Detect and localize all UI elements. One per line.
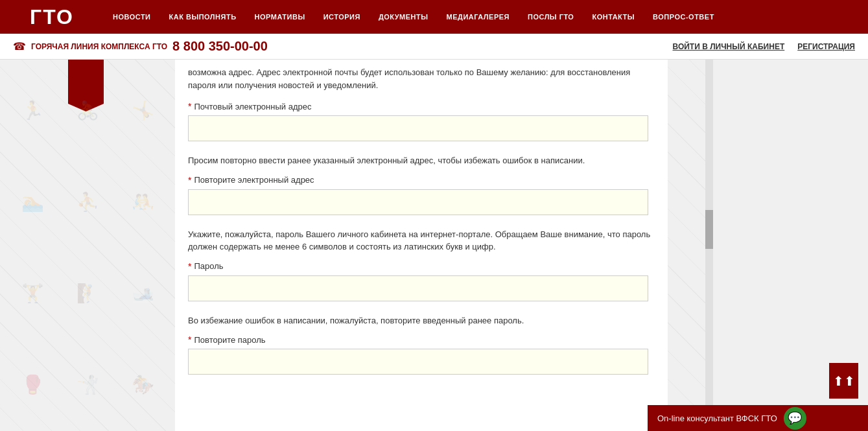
password-repeat-label-text: Повторите пароль bbox=[194, 335, 265, 345]
intro-span: возможна адрес. Адрес электронной почты … bbox=[188, 67, 630, 90]
password-repeat-input[interactable] bbox=[188, 349, 648, 375]
page-wrapper: 🏃 🚴 🤸 🏊 ⛹ 🤼 🏋 🧗 🎿 🥊 🤺 🏇 возможна bbox=[0, 60, 868, 431]
email-input[interactable] bbox=[188, 115, 648, 141]
hotline-number: 8 800 350-00-00 bbox=[172, 39, 268, 54]
email-repeat-section: * Повторите электронный адрес bbox=[188, 175, 655, 215]
figure-7: 🏋 bbox=[6, 250, 58, 338]
sports-figures-left: 🏃 🚴 🤸 🏊 ⛹ 🤼 🏋 🧗 🎿 🥊 🤺 🏇 bbox=[0, 60, 175, 431]
password-star: * bbox=[188, 261, 191, 272]
side-panel-right bbox=[668, 60, 713, 431]
figure-5: ⛹ bbox=[62, 157, 113, 246]
password-desc: Укажите, пожалуйста, пароль Вашего лично… bbox=[188, 228, 655, 253]
figure-9: 🎿 bbox=[117, 250, 169, 338]
figure-12: 🏇 bbox=[117, 341, 169, 429]
hotline-left: ☎ ГОРЯЧАЯ ЛИНИЯ КОМПЛЕКСА ГТО 8 800 350-… bbox=[13, 39, 666, 54]
email-repeat-label-text: Повторите электронный адрес bbox=[194, 175, 314, 185]
phone-icon: ☎ bbox=[13, 40, 26, 52]
scroll-up-button[interactable]: ⬆⬆ bbox=[829, 363, 858, 399]
figure-3: 🤸 bbox=[117, 66, 169, 154]
scroll-up-icon: ⬆⬆ bbox=[833, 375, 855, 388]
consultant-text: On-line консультант ВФСК ГТО bbox=[657, 414, 777, 423]
figure-1: 🏃 bbox=[6, 66, 58, 154]
hotline-bar: ☎ ГОРЯЧАЯ ЛИНИЯ КОМПЛЕКСА ГТО 8 800 350-… bbox=[0, 34, 868, 60]
email-label-text: Почтовый электронный адрес bbox=[194, 102, 311, 111]
nav-item-contacts[interactable]: КОНТАКТЫ bbox=[583, 0, 644, 34]
scrollbar[interactable] bbox=[705, 60, 713, 431]
email-label: * Почтовый электронный адрес bbox=[188, 101, 655, 111]
figure-4: 🏊 bbox=[6, 157, 58, 246]
nav-item-ambassadors[interactable]: ПОСЛЫ ГТО bbox=[519, 0, 583, 34]
figure-2: 🚴 bbox=[62, 66, 113, 154]
password-input[interactable] bbox=[188, 275, 648, 301]
consultant-icon: 💬 bbox=[784, 407, 806, 430]
nav-item-qa[interactable]: ВОПРОС-ОТВЕТ bbox=[644, 0, 723, 34]
consultant-bar[interactable]: On-line консультант ВФСК ГТО 💬 bbox=[648, 405, 868, 431]
login-link[interactable]: ВОЙТИ В ЛИЧНЫЙ КАБИНЕТ bbox=[673, 42, 785, 51]
email-repeat-input[interactable] bbox=[188, 189, 648, 215]
logo[interactable]: ГТО bbox=[0, 0, 104, 34]
password-repeat-section: * Повторите пароль bbox=[188, 334, 655, 375]
register-link[interactable]: РЕГИСТРАЦИЯ bbox=[797, 42, 855, 51]
scrollbar-thumb[interactable] bbox=[705, 210, 713, 249]
nav-item-how-to[interactable]: КАК ВЫПОЛНЯТЬ bbox=[160, 0, 246, 34]
nav-items: НОВОСТИКАК ВЫПОЛНЯТЬНОРМАТИВЫИСТОРИЯДОКУ… bbox=[104, 0, 723, 34]
email-section: * Почтовый электронный адрес bbox=[188, 101, 655, 141]
main-content: возможна адрес. Адрес электронной почты … bbox=[175, 60, 668, 431]
figure-8: 🧗 bbox=[62, 250, 113, 338]
nav-item-media[interactable]: МЕДИАГАЛЕРЕЯ bbox=[438, 0, 519, 34]
email-repeat-desc: Просим повторно ввести ранее указанный э… bbox=[188, 154, 655, 167]
password-section: * Пароль bbox=[188, 261, 655, 301]
figure-11: 🤺 bbox=[62, 341, 113, 429]
logo-text: ГТО bbox=[30, 5, 74, 29]
password-label-text: Пароль bbox=[194, 261, 223, 271]
figure-6: 🤼 bbox=[117, 157, 169, 246]
nav-item-history[interactable]: ИСТОРИЯ bbox=[314, 0, 369, 34]
password-repeat-desc: Во избежание ошибок в написании, пожалуй… bbox=[188, 314, 655, 327]
figure-10: 🥊 bbox=[6, 341, 58, 429]
password-repeat-star: * bbox=[188, 334, 191, 345]
hotline-label: ГОРЯЧАЯ ЛИНИЯ КОМПЛЕКСА ГТО bbox=[31, 42, 167, 51]
email-required-star: * bbox=[188, 101, 191, 111]
nav-item-documents[interactable]: ДОКУМЕНТЫ bbox=[369, 0, 438, 34]
nav-item-norms[interactable]: НОРМАТИВЫ bbox=[246, 0, 314, 34]
hotline-right: ВОЙТИ В ЛИЧНЫЙ КАБИНЕТ РЕГИСТРАЦИЯ bbox=[673, 42, 855, 51]
password-repeat-label: * Повторите пароль bbox=[188, 334, 655, 345]
email-repeat-star: * bbox=[188, 175, 191, 185]
intro-text: возможна адрес. Адрес электронной почты … bbox=[188, 66, 655, 91]
email-repeat-label: * Повторите электронный адрес bbox=[188, 175, 655, 185]
navigation: ГТО НОВОСТИКАК ВЫПОЛНЯТЬНОРМАТИВЫИСТОРИЯ… bbox=[0, 0, 868, 34]
side-panel-left: 🏃 🚴 🤸 🏊 ⛹ 🤼 🏋 🧗 🎿 🥊 🤺 🏇 bbox=[0, 60, 175, 431]
password-label: * Пароль bbox=[188, 261, 655, 272]
nav-item-news[interactable]: НОВОСТИ bbox=[104, 0, 160, 34]
